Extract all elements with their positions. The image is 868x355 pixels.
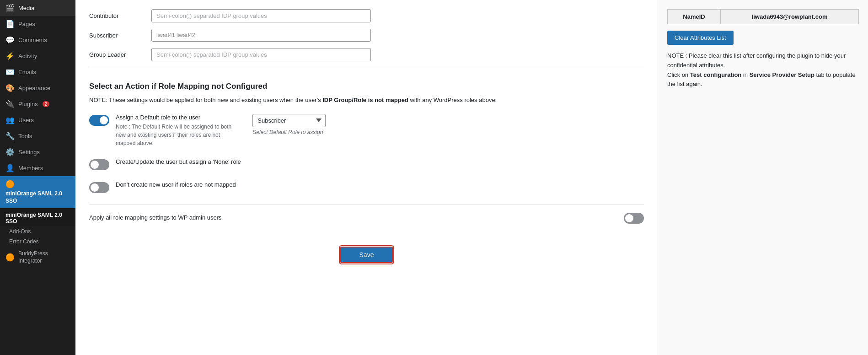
members-icon: 👤 xyxy=(5,164,15,172)
plugins-icon: 🔌 xyxy=(5,100,15,108)
apply-admin-track[interactable] xyxy=(624,213,644,224)
center-panel: Contributor Subscriber Group Leader Sele… xyxy=(75,0,658,355)
plugins-badge: 2 xyxy=(43,101,50,107)
sidebar-item-label: Comments xyxy=(18,37,47,43)
default-role-track[interactable] xyxy=(89,115,109,126)
default-role-sublabel: Note : The Default Role will be assigned… xyxy=(116,123,231,147)
miniorange-icon: 🟠 xyxy=(5,180,15,188)
no-create-content: Don't create new user if roles are not m… xyxy=(116,181,644,188)
no-create-toggle[interactable] xyxy=(89,182,109,193)
sidebar-item-label: Emails xyxy=(18,69,36,75)
sidebar-item-plugins[interactable]: 🔌 Plugins 2 xyxy=(0,96,75,112)
role-mapping-form: Contributor Subscriber Group Leader Sele… xyxy=(75,0,658,237)
apply-admin-label: Apply all role mapping settings to WP ad… xyxy=(89,214,617,221)
appearance-icon: 🎨 xyxy=(5,84,15,92)
sidebar-item-emails[interactable]: ✉️ Emails xyxy=(0,64,75,80)
buddypress-icon: 🟠 xyxy=(5,253,15,262)
sidebar-item-label: Settings xyxy=(18,149,40,156)
no-create-label: Don't create new user if roles are not m… xyxy=(116,181,644,188)
sidebar-item-buddypress[interactable]: 🟠 BuddyPress Integrator xyxy=(0,247,75,268)
none-role-label: Create/Update the user but assign a 'Non… xyxy=(116,158,644,165)
sidebar-item-tools[interactable]: 🔧 Tools xyxy=(0,128,75,144)
contributor-input[interactable] xyxy=(151,9,371,22)
none-role-row: Create/Update the user but assign a 'Non… xyxy=(89,158,644,170)
miniorange-label: miniOrange SAML 2.0 SSO xyxy=(5,190,70,204)
note-part2: Click on xyxy=(667,71,690,78)
tools-icon: 🔧 xyxy=(5,132,15,140)
sidebar-item-error-codes[interactable]: Error Codes xyxy=(0,237,75,247)
no-create-row: Don't create new user if roles are not m… xyxy=(89,181,644,193)
default-role-select-wrapper: Administrator Editor Author Contributor … xyxy=(252,114,326,135)
sidebar-item-label: Users xyxy=(18,117,34,124)
sidebar-item-activity[interactable]: ⚡ Activity xyxy=(0,48,75,64)
sidebar-item-add-ons[interactable]: Add-Ons xyxy=(0,226,75,237)
sidebar-item-settings[interactable]: ⚙️ Settings xyxy=(0,144,75,160)
default-role-thumb xyxy=(100,116,108,124)
none-role-track[interactable] xyxy=(89,159,109,170)
action-section-note: NOTE: These settings would be applied fo… xyxy=(89,96,644,105)
contributor-label: Contributor xyxy=(89,12,144,19)
default-role-inner: Assign a Default role to the user Note :… xyxy=(89,114,326,147)
subscriber-input[interactable] xyxy=(151,29,371,42)
attributes-table: NameID liwada6943@rowplant.com xyxy=(667,9,859,24)
action-section-title: Select an Action if Role Mapping not Con… xyxy=(89,77,644,91)
comments-icon: 💬 xyxy=(5,36,15,44)
no-create-thumb xyxy=(91,183,99,192)
default-role-toggle[interactable] xyxy=(89,115,109,126)
note-text-suffix: with any WordPress roles above. xyxy=(410,97,497,103)
note-bold2: Service Provider Setup xyxy=(750,71,814,78)
subscriber-label: Subscriber xyxy=(89,32,144,39)
right-panel-note: NOTE : Please clear this list after conf… xyxy=(667,51,859,89)
group-leader-row: Group Leader xyxy=(89,48,644,61)
save-button[interactable]: Save xyxy=(340,247,393,263)
group-leader-label: Group Leader xyxy=(89,51,144,58)
section-divider-1 xyxy=(89,68,644,68)
users-icon: 👥 xyxy=(5,116,15,124)
sidebar-item-label: Tools xyxy=(18,133,32,140)
sidebar-item-label: Media xyxy=(18,5,34,11)
sidebar-item-label: Activity xyxy=(18,53,37,59)
note-part1: NOTE : Please clear this list after conf… xyxy=(667,52,846,69)
table-header-value: liwada6943@rowplant.com xyxy=(721,10,859,24)
default-role-row: Assign a Default role to the user Note :… xyxy=(89,114,644,147)
default-role-select-hint: Select Default Role to assign xyxy=(252,129,326,135)
buddypress-label: BuddyPress Integrator xyxy=(18,250,70,264)
note-bold1: Test configuration xyxy=(690,71,741,78)
contributor-row: Contributor xyxy=(89,9,644,22)
emails-icon: ✉️ xyxy=(5,68,15,76)
settings-icon: ⚙️ xyxy=(5,148,15,156)
sidebar-item-comments[interactable]: 💬 Comments xyxy=(0,32,75,48)
sidebar-item-label: Members xyxy=(18,165,43,172)
sidebar-item-label: Appearance xyxy=(18,85,50,91)
none-role-toggle[interactable] xyxy=(89,159,109,170)
save-section: Save xyxy=(75,237,658,272)
sidebar-item-miniorange[interactable]: 🟠 miniOrange SAML 2.0 SSO xyxy=(0,176,75,208)
media-icon: 🎬 xyxy=(5,4,15,12)
sidebar-item-label: Plugins xyxy=(18,101,38,108)
apply-admin-thumb xyxy=(625,214,633,222)
apply-admin-toggle[interactable] xyxy=(624,213,644,224)
subscriber-row: Subscriber xyxy=(89,29,644,42)
note-text-prefix: NOTE: These settings would be applied fo… xyxy=(89,97,322,103)
default-role-label: Assign a Default role to the user xyxy=(116,114,231,121)
right-panel: NameID liwada6943@rowplant.com Clear Att… xyxy=(658,0,868,355)
sidebar-item-label: Pages xyxy=(18,21,35,27)
clear-attributes-button[interactable]: Clear Attributes List xyxy=(667,31,734,45)
apply-admin-row: Apply all role mapping settings to WP ad… xyxy=(89,204,644,228)
sidebar-item-members[interactable]: 👤 Members xyxy=(0,160,75,176)
sidebar-item-appearance[interactable]: 🎨 Appearance xyxy=(0,80,75,96)
default-role-content: Assign a Default role to the user Note :… xyxy=(116,114,231,147)
table-header-nameid: NameID xyxy=(668,10,721,24)
note-part3: in xyxy=(741,71,749,78)
sidebar-item-users[interactable]: 👥 Users xyxy=(0,112,75,128)
sidebar-item-media[interactable]: 🎬 Media xyxy=(0,0,75,16)
sidebar-item-pages[interactable]: 📄 Pages xyxy=(0,16,75,32)
pages-icon: 📄 xyxy=(5,20,15,28)
activity-icon: ⚡ xyxy=(5,52,15,60)
none-role-content: Create/Update the user but assign a 'Non… xyxy=(116,158,644,165)
no-create-track[interactable] xyxy=(89,182,109,193)
group-leader-input[interactable] xyxy=(151,48,371,61)
default-role-select[interactable]: Administrator Editor Author Contributor … xyxy=(252,114,326,127)
none-role-thumb xyxy=(91,161,99,169)
note-text-bold: IDP Group/Role is not mapped xyxy=(322,97,408,103)
